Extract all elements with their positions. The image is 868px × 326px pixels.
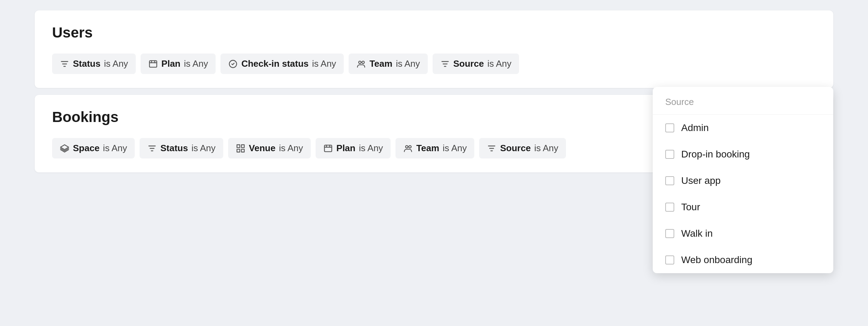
team-icon [356, 59, 366, 69]
svg-point-8 [359, 61, 361, 63]
bookings-team-label-bold: Team [416, 143, 439, 154]
users-team-label-normal: is Any [396, 58, 420, 69]
space-icon [60, 144, 69, 153]
svg-point-24 [406, 145, 408, 148]
svg-rect-16 [237, 145, 240, 147]
venue-icon [236, 144, 245, 153]
source-dropdown: Source Admin Drop-in booking User app To… [653, 87, 833, 273]
users-panel: Users Status is Any [35, 10, 833, 88]
users-filter-row: Status is Any Plan is Any [52, 54, 816, 74]
source-icon [440, 59, 450, 69]
svg-point-9 [362, 61, 364, 63]
bookings-space-label-normal: is Any [103, 143, 127, 154]
users-status-label-bold: Status [73, 58, 100, 69]
source-option-walk-in[interactable]: Walk in [653, 220, 833, 247]
drop-in-label: Drop-in booking [681, 149, 750, 160]
walk-in-checkbox[interactable] [665, 229, 674, 238]
svg-rect-3 [149, 60, 157, 67]
filter-icon [60, 59, 69, 69]
svg-rect-17 [241, 145, 244, 147]
bookings-venue-label-normal: is Any [279, 143, 303, 154]
bookings-team-label-normal: is Any [443, 143, 467, 154]
users-checkin-filter[interactable]: Check-in status is Any [220, 54, 344, 74]
users-checkin-label-normal: is Any [312, 58, 336, 69]
source-option-tour[interactable]: Tour [653, 194, 833, 220]
users-plan-label-bold: Plan [161, 58, 181, 69]
plan-icon-2 [323, 144, 333, 153]
user-app-label: User app [681, 175, 721, 186]
users-source-filter[interactable]: Source is Any [433, 54, 519, 74]
web-onboarding-label: Web onboarding [681, 254, 752, 266]
bookings-source-label-bold: Source [500, 143, 531, 154]
svg-point-25 [409, 145, 411, 148]
svg-rect-19 [241, 149, 244, 152]
users-plan-label-normal: is Any [184, 58, 208, 69]
checkin-icon [228, 59, 238, 69]
bookings-status-label-normal: is Any [191, 143, 215, 154]
source-dropdown-title: Source [653, 87, 833, 115]
bookings-source-label-normal: is Any [534, 143, 558, 154]
bookings-plan-label-bold: Plan [336, 143, 356, 154]
web-onboarding-checkbox[interactable] [665, 255, 674, 264]
bookings-status-label-bold: Status [160, 143, 188, 154]
bookings-team-filter[interactable]: Team is Any [395, 138, 474, 158]
source-option-admin[interactable]: Admin [653, 115, 833, 141]
admin-label: Admin [681, 122, 709, 133]
bookings-status-filter[interactable]: Status is Any [140, 138, 223, 158]
users-source-label-normal: is Any [487, 58, 511, 69]
source-icon-2 [487, 144, 496, 153]
bookings-venue-label-bold: Venue [249, 143, 276, 154]
users-checkin-label-bold: Check-in status [241, 58, 309, 69]
bookings-plan-filter[interactable]: Plan is Any [316, 138, 391, 158]
bookings-space-label-bold: Space [73, 143, 100, 154]
users-status-filter[interactable]: Status is Any [52, 54, 136, 74]
users-title: Users [52, 24, 816, 41]
source-option-web-onboarding[interactable]: Web onboarding [653, 247, 833, 273]
drop-in-checkbox[interactable] [665, 150, 674, 159]
users-plan-filter[interactable]: Plan is Any [141, 54, 216, 74]
team-icon-2 [403, 144, 413, 153]
bookings-venue-filter[interactable]: Venue is Any [228, 138, 311, 158]
users-team-filter[interactable]: Team is Any [349, 54, 427, 74]
tour-label: Tour [681, 202, 700, 213]
source-option-user-app[interactable]: User app [653, 168, 833, 194]
users-source-label-bold: Source [453, 58, 484, 69]
user-app-checkbox[interactable] [665, 176, 674, 185]
filter-icon-2 [147, 144, 157, 153]
admin-checkbox[interactable] [665, 123, 674, 132]
bookings-plan-label-normal: is Any [359, 143, 383, 154]
walk-in-label: Walk in [681, 228, 713, 239]
bookings-space-filter[interactable]: Space is Any [52, 138, 135, 158]
svg-rect-18 [237, 149, 240, 152]
users-status-label-normal: is Any [104, 58, 128, 69]
svg-rect-20 [324, 145, 332, 152]
plan-icon [148, 59, 158, 69]
users-team-label-bold: Team [369, 58, 392, 69]
tour-checkbox[interactable] [665, 203, 674, 212]
source-option-drop-in-booking[interactable]: Drop-in booking [653, 141, 833, 168]
bookings-source-filter[interactable]: Source is Any [479, 138, 566, 158]
